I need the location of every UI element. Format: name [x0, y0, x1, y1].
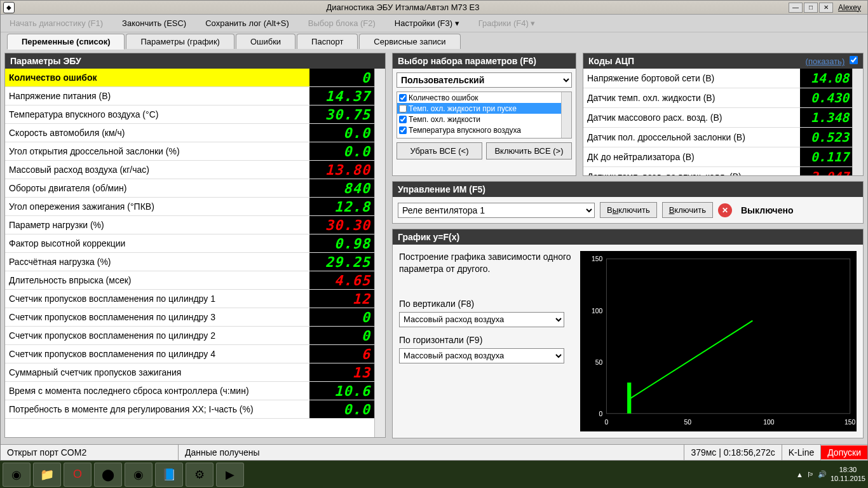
- graph-panel: График y=F(x) Построение графика зависим…: [392, 229, 864, 438]
- maximize-button[interactable]: □: [804, 3, 818, 13]
- adc-header: Коды АЦП (показать): [583, 53, 863, 69]
- svg-text:0: 0: [605, 419, 609, 426]
- svg-text:50: 50: [595, 359, 603, 366]
- im-status: Выключено: [741, 205, 793, 215]
- param-value: 0.0: [309, 400, 374, 418]
- diag-app-icon[interactable]: ⚙: [186, 463, 214, 487]
- scrollbar[interactable]: [852, 69, 863, 175]
- scrollbar[interactable]: [561, 92, 571, 138]
- param-row[interactable]: Напряжение питания (В)14.37: [5, 87, 374, 105]
- im-header: Управление ИМ (F5): [393, 182, 863, 197]
- ecu-params-list[interactable]: Количество ошибок0Напряжение питания (В)…: [5, 69, 374, 437]
- im-on-button[interactable]: Включить: [662, 202, 713, 218]
- main-window: ◆ Диагностика ЭБУ Итэлма/Автэл М73 Е3 — …: [0, 0, 868, 461]
- param-checkbox[interactable]: [399, 94, 407, 102]
- tab[interactable]: Переменные (список): [7, 34, 125, 50]
- explorer-icon[interactable]: 📁: [33, 463, 61, 487]
- taskbar[interactable]: ◉ 📁 O ⬤ ◉ 📘 ⚙ ▶ ▲ 🏳 🔊 18:3010.11.2015: [0, 461, 868, 488]
- chrome-icon[interactable]: ◉: [125, 463, 153, 487]
- start-icon[interactable]: ◉: [3, 463, 31, 487]
- ecu-params-panel: Параметры ЭБУ Количество ошибок0Напряжен…: [4, 53, 386, 438]
- param-row[interactable]: Длительность впрыска (мсек)4.65: [5, 271, 374, 290]
- param-checkbox[interactable]: [399, 126, 407, 134]
- param-row[interactable]: Скорость автомобиля (км/ч)0.0: [5, 124, 374, 142]
- adc-show-checkbox[interactable]: [850, 56, 858, 64]
- param-row[interactable]: Счетчик пропусков воспламенения по цилин…: [5, 290, 374, 308]
- param-row[interactable]: Потребность в моменте для регулирования …: [5, 400, 374, 419]
- param-row[interactable]: Фактор высотной коррекции0.98: [5, 234, 374, 253]
- param-row[interactable]: Счетчик пропусков воспламенения по цилин…: [5, 345, 374, 363]
- graph-vert-combo[interactable]: Массовый расход воздуха: [399, 312, 564, 327]
- param-checkbox[interactable]: [399, 116, 407, 123]
- app-icon[interactable]: ⬤: [94, 463, 122, 487]
- param-row[interactable]: Угол открытия дроссельной заслонки (%)0.…: [5, 142, 374, 161]
- app-icon: ◆: [3, 2, 15, 13]
- remove-all-button[interactable]: Убрать ВСЕ (<): [397, 142, 482, 159]
- tab[interactable]: Ошибки: [236, 34, 295, 49]
- user-label[interactable]: Alexey: [834, 3, 865, 12]
- param-select-header: Выбор набора параметров (F6): [393, 53, 576, 69]
- sb-kline: K-Line: [782, 445, 821, 460]
- scrollbar[interactable]: [374, 69, 385, 437]
- param-row[interactable]: Параметр нагрузки (%)30.30: [5, 216, 374, 234]
- graph-horiz-combo[interactable]: Массовый расход воздуха: [399, 348, 564, 363]
- param-check-item[interactable]: Темп. охл. жидкости: [397, 114, 561, 125]
- adc-value: 0.523: [800, 128, 852, 147]
- adc-show-link[interactable]: (показать): [806, 57, 845, 66]
- menu-item: Выбор блока (F2): [308, 18, 376, 28]
- opera-icon[interactable]: O: [64, 463, 92, 487]
- param-row[interactable]: Счетчик пропусков воспламенения по цилин…: [5, 327, 374, 345]
- adc-value: 0.430: [800, 88, 852, 107]
- im-off-button[interactable]: Выключить: [600, 202, 657, 218]
- tab[interactable]: Сервисные записи: [359, 34, 460, 49]
- menubar: Начать диагностику (F1)Закончить (ESC)Со…: [1, 15, 867, 32]
- param-value: 0.98: [309, 234, 374, 252]
- tab[interactable]: Паспорт: [297, 34, 358, 49]
- adc-row: Датчик темп. возд. во впуск. колл. (В)2.…: [583, 167, 852, 175]
- menu-item[interactable]: Закончить (ESC): [122, 18, 186, 28]
- im-combo[interactable]: Реле вентилятора 1: [398, 203, 595, 218]
- param-row[interactable]: Угол опережения зажигания (°ПКВ)12.8: [5, 198, 374, 216]
- graph-vert-label: По вертикали (F8): [399, 299, 574, 309]
- param-checkbox[interactable]: [399, 105, 407, 112]
- sb-tolerances[interactable]: Допуски: [821, 445, 867, 459]
- param-check-item[interactable]: Темп. охл. жидкости при пуске: [397, 103, 561, 114]
- param-row[interactable]: Количество ошибок0: [5, 69, 374, 87]
- notepad-icon[interactable]: 📘: [155, 463, 183, 487]
- param-row[interactable]: Массовый расход воздуха (кг/час)13.80: [5, 161, 374, 179]
- tray-clock[interactable]: 18:3010.11.2015: [831, 466, 865, 482]
- media-icon[interactable]: ▶: [216, 463, 244, 487]
- graph-horiz-label: По горизонтали (F9): [399, 335, 574, 345]
- svg-text:50: 50: [684, 419, 691, 426]
- tabs: Переменные (список)Параметры (график)Оши…: [1, 32, 867, 49]
- tray-sound-icon[interactable]: 🔊: [818, 470, 827, 478]
- param-check-item[interactable]: Количество ошибок: [397, 92, 561, 103]
- tab[interactable]: Параметры (график): [126, 34, 234, 49]
- param-row[interactable]: Обороты двигателя (об/мин)840: [5, 179, 374, 198]
- adc-label: Датчик пол. дроссельной заслонки (В): [583, 128, 800, 147]
- param-value: 10.6: [309, 382, 374, 400]
- adc-label: Датчик темп. возд. во впуск. колл. (В): [583, 167, 800, 175]
- param-set-combo[interactable]: Пользовательский: [397, 72, 572, 88]
- tray-icon[interactable]: ▲: [796, 471, 803, 478]
- param-value: 12: [309, 290, 374, 308]
- minimize-button[interactable]: —: [789, 3, 803, 13]
- add-all-button[interactable]: Включить ВСЕ (>): [486, 142, 572, 159]
- tray-flag-icon[interactable]: 🏳: [807, 471, 814, 478]
- param-label: Время с момента последнего сброса контро…: [5, 382, 309, 400]
- param-row[interactable]: Счетчик пропусков воспламенения по цилин…: [5, 308, 374, 327]
- param-row[interactable]: Суммарный счетчик пропусков зажигания13: [5, 363, 374, 382]
- close-button[interactable]: ✕: [819, 3, 833, 13]
- param-row[interactable]: Рассчётная нагрузка (%)29.25: [5, 253, 374, 271]
- param-value: 13: [309, 363, 374, 381]
- param-row[interactable]: Температура впускного воздуха (°С)30.75: [5, 105, 374, 124]
- adc-value: 1.348: [800, 108, 852, 127]
- im-cancel-icon[interactable]: ✕: [718, 203, 732, 217]
- param-check-item[interactable]: Температура впускного воздуха: [397, 125, 561, 135]
- param-row[interactable]: Время с момента последнего сброса контро…: [5, 382, 374, 400]
- adc-row: Датчик массового расх. возд. (В)1.348: [583, 108, 852, 128]
- param-value: 840: [309, 179, 374, 197]
- menu-item[interactable]: Настройки (F3) ▾: [395, 18, 459, 28]
- param-check-list[interactable]: Количество ошибокТемп. охл. жидкости при…: [397, 92, 572, 139]
- menu-item[interactable]: Сохранить лог (Alt+S): [205, 18, 289, 28]
